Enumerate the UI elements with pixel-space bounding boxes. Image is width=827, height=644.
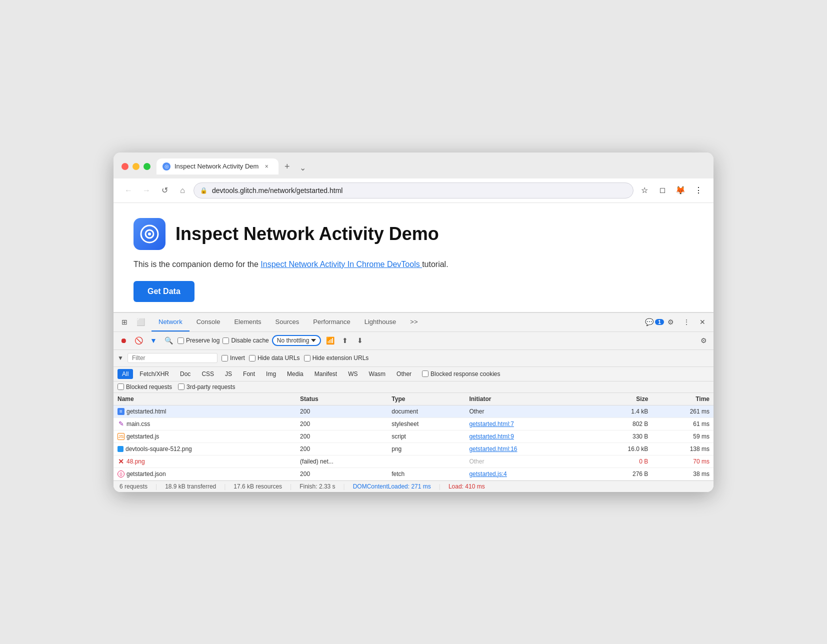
table-header-row: Name Status Type Initiator Size Time (114, 393, 714, 406)
minimize-window-button[interactable] (132, 163, 140, 170)
reload-button[interactable]: ↺ (158, 184, 172, 198)
hide-extension-urls-label[interactable]: Hide extension URLs (304, 354, 369, 362)
preserve-log-checkbox[interactable] (178, 338, 184, 344)
type-btn-manifest[interactable]: Manifest (310, 369, 342, 379)
messages-icon[interactable]: 💬 1 (648, 315, 662, 329)
tab-title: Inspect Network Activity Dem (174, 162, 258, 170)
tab-lighthouse[interactable]: Lighthouse (358, 312, 404, 332)
tab-more[interactable]: >> (403, 312, 424, 332)
close-window-button[interactable] (122, 163, 128, 170)
devtools-more-icon[interactable]: ⋮ (680, 315, 694, 329)
browser-window: ◎ Inspect Network Activity Dem × + ⌄ ← →… (114, 152, 714, 492)
type-btn-wasm[interactable]: Wasm (364, 369, 390, 379)
preserve-log-label[interactable]: Preserve log (178, 337, 220, 344)
filter-text-input[interactable] (132, 354, 197, 362)
type-btn-fetch-xhr[interactable]: Fetch/XHR (135, 369, 174, 379)
invert-checkbox[interactable] (222, 355, 228, 362)
tab-close-button[interactable]: × (262, 162, 270, 170)
options-row: Blocked requests 3rd-party requests (114, 382, 714, 393)
devtools-panel: ⊞ ⬜ Network Console Elements Sources Per… (114, 312, 714, 492)
upload-icon[interactable]: ⬆ (339, 334, 351, 346)
network-settings-icon[interactable]: ⚙ (698, 334, 710, 346)
get-data-button[interactable]: Get Data (134, 281, 194, 302)
tab-network[interactable]: Network (152, 312, 190, 332)
third-party-requests-checkbox[interactable] (178, 384, 184, 390)
initiator-link[interactable]: getstarted.html:16 (469, 446, 517, 452)
filter-toggle-icon[interactable]: ▼ (148, 334, 160, 346)
table-row[interactable]: ✎ main.css 200 stylesheet getstarted.htm… (114, 418, 714, 430)
maximize-window-button[interactable] (144, 163, 150, 170)
back-button[interactable]: ← (122, 184, 136, 198)
initiator-link[interactable]: getstarted.html:7 (469, 420, 514, 428)
blocked-response-cookies-checkbox[interactable] (422, 370, 428, 377)
extensions-icon[interactable]: 🦊 (674, 184, 688, 198)
initiator-link[interactable]: getstarted.html:9 (469, 433, 514, 440)
network-toolbar: ⏺ 🚫 ▼ 🔍 Preserve log Disable cache No th… (114, 332, 714, 350)
hide-data-urls-checkbox[interactable] (249, 355, 256, 362)
filename: getstarted.html (126, 408, 166, 415)
css-icon: ✎ (118, 420, 124, 428)
clear-icon[interactable]: 🚫 (132, 334, 144, 346)
table-row[interactable]: ✕ 48.png (failed) net... Other 0 B 70 ms (114, 455, 714, 468)
disable-cache-checkbox[interactable] (222, 338, 229, 344)
tab-elements[interactable]: Elements (227, 312, 268, 332)
filter-input-field[interactable] (128, 353, 218, 363)
select-icon[interactable]: ⊞ (118, 315, 132, 329)
new-tab-button[interactable]: + (280, 160, 294, 174)
table-row[interactable]: ≡ getstarted.html 200 document Other 1.4… (114, 405, 714, 418)
offline-icon[interactable]: 📶 (324, 334, 336, 346)
device-toggle-icon[interactable]: ⬜ (134, 315, 148, 329)
address-field[interactable]: 🔒 devtools.glitch.me/network/getstarted.… (194, 182, 634, 198)
page-title: Inspect Network Activity Demo (176, 224, 439, 244)
tab-console[interactable]: Console (190, 312, 228, 332)
type-btn-css[interactable]: CSS (197, 369, 218, 379)
active-tab[interactable]: ◎ Inspect Network Activity Dem × (156, 158, 278, 174)
table-row[interactable]: devtools-square-512.png 200 png getstart… (114, 442, 714, 455)
desc-prefix: This is the companion demo for the (134, 260, 260, 268)
table-row[interactable]: {} getstarted.json 200 fetch getstarted.… (114, 468, 714, 480)
hide-extension-urls-checkbox[interactable] (304, 355, 310, 362)
row-time: 61 ms (652, 418, 714, 430)
invert-label[interactable]: Invert (222, 354, 245, 362)
type-btn-all[interactable]: All (118, 369, 133, 379)
row-size: 276 B (590, 468, 652, 480)
home-button[interactable]: ⌂ (176, 184, 190, 198)
type-btn-media[interactable]: Media (282, 369, 308, 379)
type-btn-doc[interactable]: Doc (176, 369, 195, 379)
type-btn-img[interactable]: Img (262, 369, 280, 379)
forward-button[interactable]: → (140, 184, 154, 198)
js-icon: JS (118, 433, 124, 440)
filename: main.css (126, 420, 150, 428)
tab-sources[interactable]: Sources (268, 312, 306, 332)
more-icon[interactable]: ⋮ (692, 184, 706, 198)
row-time: 38 ms (652, 468, 714, 480)
type-btn-js[interactable]: JS (220, 369, 236, 379)
type-filter-row: All Fetch/XHR Doc CSS JS Font Img Media … (114, 367, 714, 382)
requests-count: 6 requests (120, 483, 148, 490)
initiator-link[interactable]: getstarted.js:4 (469, 470, 506, 478)
record-stop-icon[interactable]: ⏺ (118, 334, 130, 346)
throttling-dropdown[interactable]: No throttling (272, 335, 322, 346)
devtools-close-icon[interactable]: ✕ (696, 315, 710, 329)
blocked-requests-checkbox[interactable] (118, 384, 124, 390)
dom-content-loaded: DOMContentLoaded: 271 ms (353, 483, 431, 490)
blocked-requests-label[interactable]: Blocked requests (118, 384, 172, 390)
disable-cache-label[interactable]: Disable cache (222, 337, 268, 344)
hide-data-urls-label[interactable]: Hide data URLs (249, 354, 300, 362)
search-icon[interactable]: 🔍 (162, 334, 174, 346)
download-icon[interactable]: ⬇ (354, 334, 366, 346)
table-row[interactable]: JS getstarted.js 200 script getstarted.h… (114, 430, 714, 442)
type-btn-ws[interactable]: WS (344, 369, 362, 379)
third-party-requests-label[interactable]: 3rd-party requests (178, 384, 235, 390)
tab-expand-button[interactable]: ⌄ (296, 161, 310, 174)
blocked-response-cookies-label[interactable]: Blocked response cookies (422, 370, 500, 378)
type-btn-font[interactable]: Font (238, 369, 260, 379)
devtools-settings-icon[interactable]: ⚙ (664, 315, 678, 329)
network-table: Name Status Type Initiator Size Time ≡ (114, 393, 714, 480)
desc-link[interactable]: Inspect Network Activity In Chrome DevTo… (260, 260, 422, 268)
share-icon[interactable]: □ (656, 184, 670, 198)
tab-performance[interactable]: Performance (306, 312, 357, 332)
type-btn-other[interactable]: Other (392, 369, 416, 379)
row-name: ✎ main.css (114, 418, 296, 430)
bookmark-icon[interactable]: ☆ (638, 184, 652, 198)
